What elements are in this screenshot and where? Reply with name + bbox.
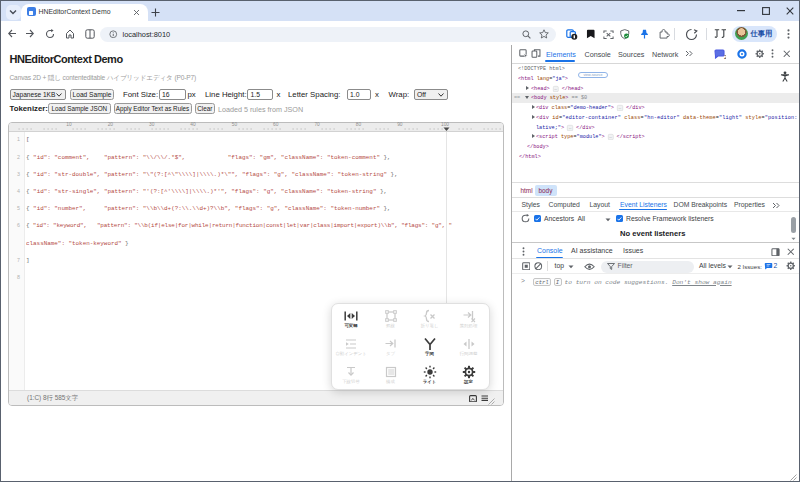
- svg-text:2: 2: [724, 53, 726, 58]
